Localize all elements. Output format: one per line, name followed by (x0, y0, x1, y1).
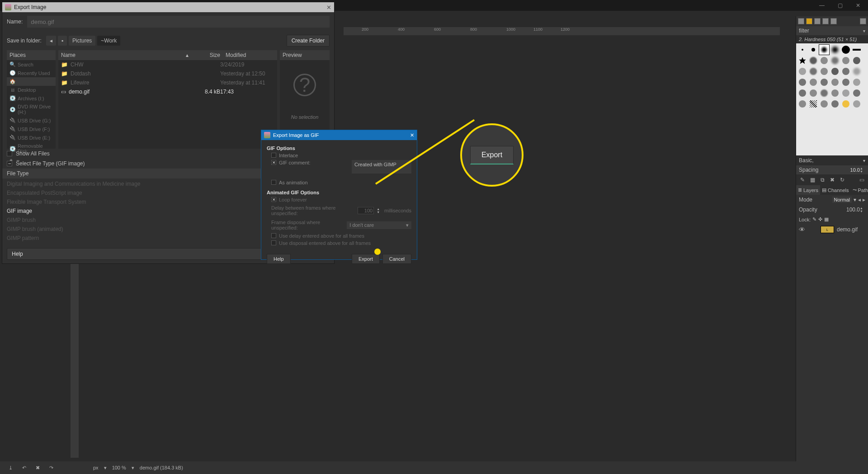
brush-grid[interactable] (796, 43, 868, 155)
create-folder-button[interactable]: Create Folder (287, 35, 330, 47)
show-all-files-checkbox[interactable] (7, 151, 12, 156)
export-dialog-close-icon[interactable]: ✕ (326, 4, 331, 11)
duplicate-brush-icon[interactable]: ⧉ (819, 176, 826, 183)
layer-row[interactable]: 👁 L demo.gif (796, 224, 868, 235)
filter-label[interactable]: filter (799, 28, 809, 34)
select-file-type-toggle[interactable] (7, 161, 12, 166)
close-button[interactable]: ✕ (849, 0, 867, 11)
place-usb-g[interactable]: 🔌USB Drive (G:) (7, 116, 56, 125)
visibility-icon[interactable]: 👁 (799, 226, 806, 233)
places-panel: Places 🔍Search 🕓Recently Used 🏠 🖥Desktop… (7, 50, 56, 149)
place-home[interactable]: 🏠 (7, 77, 56, 86)
lock-position-icon[interactable]: ✜ (818, 216, 822, 222)
dock-tab[interactable] (798, 18, 804, 24)
breadcrumb-pictures[interactable]: Pictures (69, 36, 95, 46)
unit-select[interactable]: px (93, 465, 99, 470)
use-disposal-checkbox[interactable] (271, 240, 276, 245)
dock-menu-icon[interactable] (860, 18, 866, 24)
chevron-left-icon[interactable]: ◂ (858, 197, 861, 203)
export-button-magnified[interactable]: Export (470, 146, 514, 164)
minimize-button[interactable]: — (813, 0, 831, 11)
gimp-icon (264, 132, 270, 138)
status-file: demo.gif (184.3 kB) (140, 465, 183, 470)
use-disposal-label: Use disposal entered above for all frame… (279, 240, 371, 246)
tab-paths[interactable]: ⤳Paths (851, 185, 868, 195)
loop-forever-checkbox[interactable]: ✕ (271, 197, 276, 202)
gif-comment-checkbox[interactable]: ✕ (271, 160, 276, 165)
layer-name[interactable]: demo.gif (837, 226, 858, 233)
svg-marker-0 (799, 57, 806, 64)
refresh-brush-icon[interactable]: ↻ (839, 176, 846, 183)
redo-icon[interactable]: ↷ (47, 464, 55, 472)
delay-input[interactable] (358, 207, 374, 214)
disposal-label: Frame disposal where unspecified: (271, 220, 344, 230)
file-row[interactable]: ▭demo.gif8.4 kB17:43 (58, 87, 277, 96)
gif-dialog-title: Export Image as GIF (273, 132, 319, 138)
lock-pixels-icon[interactable]: ✎ (812, 216, 816, 222)
export-dialog-titlebar[interactable]: Export Image ✕ (2, 2, 334, 12)
places-header: Places (7, 50, 56, 60)
gif-cancel-button[interactable]: Cancel (382, 254, 411, 264)
file-row[interactable]: 📁DotdashYesterday at 12:50 (58, 69, 277, 78)
callout-circle: Export (460, 123, 524, 187)
tab-channels[interactable]: ▤Channels (820, 185, 850, 195)
spacing-input[interactable] (842, 167, 860, 173)
place-usb-f[interactable]: 🔌USB Drive (F:) (7, 125, 56, 133)
file-row[interactable]: 📁CHW3/24/2019 (58, 60, 277, 69)
place-search[interactable]: 🔍Search (7, 60, 56, 69)
save-icon[interactable]: ⤓ (6, 464, 14, 472)
status-bar: ⤓ ↶ ✖ ↷ px▾ 100 %▾ demo.gif (184.3 kB) (0, 461, 868, 474)
place-dvd[interactable]: 💿DVD RW Drive (H:) (7, 103, 56, 116)
use-delay-label: Use delay entered above for all frames (279, 233, 364, 239)
chevron-down-icon[interactable]: ▾ (104, 465, 107, 471)
disposal-select[interactable]: I don't care▾ (347, 221, 411, 229)
place-desktop[interactable]: 🖥Desktop (7, 86, 56, 94)
open-brush-icon[interactable]: ▭ (858, 176, 865, 183)
place-recent[interactable]: 🕓Recently Used (7, 69, 56, 77)
chevron-down-icon[interactable]: ▾ (132, 465, 134, 471)
dock-tab[interactable] (822, 18, 829, 24)
breadcrumb-back[interactable]: ◂ (46, 36, 56, 46)
new-brush-icon[interactable]: ▦ (809, 176, 816, 183)
chevron-down-icon[interactable]: ▾ (854, 197, 856, 203)
dock-tab[interactable] (830, 18, 837, 24)
place-usb-e[interactable]: 🔌USB Drive (E:) (7, 133, 56, 142)
col-size-header[interactable]: Size (191, 50, 223, 60)
dock-tab[interactable] (814, 18, 821, 24)
file-row[interactable]: 📁LifewireYesterday at 11:41 (58, 78, 277, 87)
lock-alpha-icon[interactable]: ▦ (824, 216, 829, 222)
gif-dialog-close-icon[interactable]: ✕ (410, 132, 414, 138)
tab-layers[interactable]: ≣Layers (796, 185, 820, 195)
layer-thumbnail: L (821, 226, 834, 233)
no-selection-label: No selection (291, 114, 319, 120)
col-modified-header[interactable]: Modified (223, 50, 277, 60)
as-animation-label: As animation (279, 180, 308, 185)
maximize-button[interactable]: ▢ (831, 0, 849, 11)
use-delay-checkbox[interactable] (271, 233, 276, 238)
gif-help-button[interactable]: Help (267, 254, 291, 264)
breadcrumb-root[interactable]: ▪ (58, 36, 67, 46)
mode-select[interactable]: Normal (832, 197, 852, 203)
dock-tab[interactable] (806, 18, 812, 24)
breadcrumb-current[interactable]: ~Work (97, 36, 120, 46)
gif-export-button[interactable]: Export (352, 254, 380, 264)
chevron-down-icon[interactable]: ▾ (863, 158, 865, 163)
opacity-value[interactable]: 100.0 (846, 206, 860, 213)
filename-input[interactable] (27, 16, 330, 28)
basic-label[interactable]: Basic, (799, 157, 814, 164)
gif-dialog-titlebar[interactable]: Export Image as GIF ✕ (261, 130, 417, 140)
close-icon[interactable]: ✖ (33, 464, 42, 472)
interlace-checkbox[interactable] (271, 153, 276, 158)
col-name-header[interactable]: Name▴ (58, 50, 191, 60)
zoom-value[interactable]: 100 % (112, 465, 126, 470)
chevron-right-icon[interactable]: ▸ (863, 197, 865, 203)
delay-label: Delay between frames where unspecified: (271, 205, 355, 216)
chevron-down-icon[interactable]: ▾ (863, 28, 865, 33)
place-archives[interactable]: 💽Archives (I:) (7, 94, 56, 103)
mode-label: Mode (799, 197, 812, 203)
lock-label: Lock: (799, 217, 811, 222)
undo-icon[interactable]: ↶ (20, 464, 28, 472)
edit-brush-icon[interactable]: ✎ (799, 176, 806, 183)
as-animation-checkbox[interactable] (271, 180, 276, 185)
delete-brush-icon[interactable]: ✖ (829, 176, 836, 183)
